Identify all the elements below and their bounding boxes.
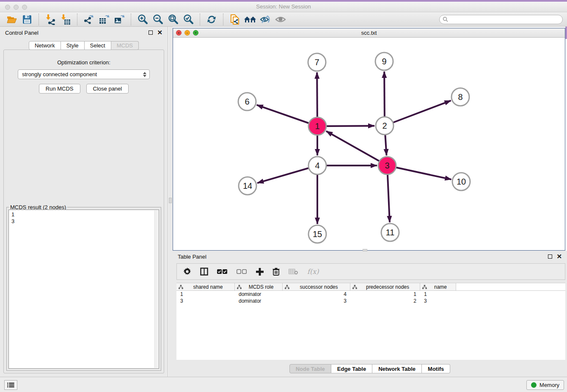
table-panel-title: Table Panel bbox=[178, 254, 206, 260]
export-table-icon[interactable] bbox=[96, 13, 112, 26]
graph-node-3[interactable]: 3 bbox=[378, 157, 396, 174]
application-window: Session: New Session bbox=[0, 0, 567, 392]
network-canvas[interactable]: 7968124314101511 bbox=[173, 38, 565, 250]
dropdown-value: strongly connected component bbox=[18, 71, 142, 77]
graph-node-label: 9 bbox=[382, 57, 386, 66]
tab-style[interactable]: Style bbox=[61, 41, 85, 50]
tab-select[interactable]: Select bbox=[85, 41, 111, 50]
network-window-controls: × − + bbox=[176, 30, 198, 36]
function-builder-icon[interactable]: f(x) bbox=[307, 268, 319, 276]
clone-network-icon[interactable] bbox=[227, 13, 242, 26]
home-layout-icon[interactable] bbox=[242, 13, 258, 26]
network-window-titlebar[interactable]: × − + scc.txt bbox=[173, 28, 565, 38]
export-image-icon[interactable] bbox=[112, 13, 127, 26]
tab-node-table[interactable]: Node Table bbox=[289, 364, 331, 373]
table-cell: 3 bbox=[420, 298, 456, 304]
zoom-in-icon[interactable] bbox=[135, 13, 150, 26]
run-mcds-button[interactable]: Run MCDS bbox=[39, 84, 80, 94]
tree-icon bbox=[422, 285, 427, 289]
add-row-icon[interactable] bbox=[256, 268, 264, 276]
table-cell: dominator bbox=[235, 298, 283, 304]
graph-edge-3-10[interactable] bbox=[387, 166, 451, 179]
tab-mcds[interactable]: MCDS bbox=[111, 41, 139, 50]
tab-network[interactable]: Network bbox=[29, 41, 61, 50]
task-history-button[interactable] bbox=[4, 380, 17, 390]
float-table-panel-icon[interactable] bbox=[548, 254, 552, 259]
graph-edge-1-6[interactable] bbox=[257, 105, 317, 126]
close-table-panel-icon[interactable]: ✕ bbox=[556, 254, 562, 259]
graph-edge-2-8[interactable] bbox=[385, 101, 451, 126]
table-body: 1dominator4113dominator323 bbox=[176, 291, 565, 304]
import-table-icon[interactable] bbox=[58, 13, 73, 26]
optimization-criterion-label: Optimization criterion: bbox=[4, 59, 164, 66]
optimization-criterion-dropdown[interactable]: strongly connected component bbox=[18, 69, 150, 79]
zoom-fit-icon[interactable] bbox=[165, 13, 181, 26]
toolbar-separator bbox=[223, 14, 223, 25]
graph-node-15[interactable]: 15 bbox=[308, 225, 326, 243]
mcds-result-text[interactable]: 1 3 bbox=[8, 210, 159, 369]
search-field[interactable] bbox=[439, 15, 563, 24]
table-header-row: shared nameMCDS rolesuccessor nodesprede… bbox=[176, 283, 565, 291]
column-header-shared-name[interactable]: shared name bbox=[176, 283, 235, 290]
delete-table-icon[interactable] bbox=[289, 268, 298, 275]
deselect-all-icon[interactable] bbox=[237, 269, 247, 274]
window-title: Session: New Session bbox=[0, 3, 567, 10]
delete-row-icon[interactable] bbox=[272, 268, 280, 276]
vertical-splitter[interactable] bbox=[168, 27, 173, 377]
horizontal-splitter-handle[interactable] bbox=[363, 249, 367, 251]
zoom-selected-icon[interactable] bbox=[181, 13, 196, 26]
graph-node-10[interactable]: 10 bbox=[452, 173, 470, 190]
list-icon bbox=[7, 382, 14, 388]
memory-status-icon bbox=[531, 382, 537, 388]
save-session-icon[interactable] bbox=[19, 13, 35, 26]
maximize-network-button[interactable]: + bbox=[193, 30, 198, 36]
graph-edge-3-1[interactable] bbox=[326, 131, 387, 166]
column-header-predecessor-nodes[interactable]: predecessor nodes bbox=[350, 283, 420, 290]
tab-edge-table[interactable]: Edge Table bbox=[331, 364, 372, 373]
tab-network-table[interactable]: Network Table bbox=[372, 364, 422, 373]
table-cell: 2 bbox=[350, 298, 420, 304]
graph-node-label: 11 bbox=[386, 228, 395, 237]
column-header-MCDS-role[interactable]: MCDS role bbox=[235, 283, 283, 290]
column-pane-icon[interactable] bbox=[200, 268, 208, 276]
graph-node-11[interactable]: 11 bbox=[381, 224, 399, 241]
table-row[interactable]: 3dominator323 bbox=[176, 298, 565, 304]
control-panel-header: Control Panel ✕ bbox=[0, 27, 168, 39]
tree-icon bbox=[352, 285, 357, 289]
close-panel-button[interactable]: Close panel bbox=[86, 84, 129, 94]
graph-node-2[interactable]: 2 bbox=[376, 117, 394, 135]
mcds-result-group: MCDS result (2 nodes) 1 3 bbox=[6, 207, 161, 371]
memory-button[interactable]: Memory bbox=[526, 380, 564, 390]
refresh-icon[interactable] bbox=[204, 13, 219, 26]
graph-node-1[interactable]: 1 bbox=[308, 117, 326, 135]
tab-motifs[interactable]: Motifs bbox=[422, 364, 450, 373]
select-all-icon[interactable] bbox=[217, 269, 228, 274]
hide-selected-icon[interactable] bbox=[258, 13, 273, 26]
graph-node-label: 7 bbox=[314, 58, 319, 67]
graph-node-9[interactable]: 9 bbox=[375, 52, 393, 70]
graph-node-4[interactable]: 4 bbox=[308, 157, 326, 174]
graph-node-6[interactable]: 6 bbox=[238, 93, 256, 110]
import-network-icon[interactable] bbox=[43, 13, 58, 26]
zoom-out-icon[interactable] bbox=[150, 13, 165, 26]
graph-node-8[interactable]: 8 bbox=[451, 88, 469, 106]
gear-icon[interactable] bbox=[183, 268, 191, 276]
column-header-name[interactable]: name bbox=[420, 283, 456, 290]
graph-node-label: 4 bbox=[315, 161, 319, 170]
graph-node-14[interactable]: 14 bbox=[239, 177, 256, 195]
float-panel-icon[interactable] bbox=[149, 30, 153, 35]
close-panel-icon[interactable]: ✕ bbox=[157, 30, 162, 35]
export-network-icon[interactable] bbox=[81, 13, 96, 26]
table-row[interactable]: 1dominator411 bbox=[176, 291, 565, 298]
splitter-handle[interactable] bbox=[169, 198, 172, 203]
graph-node-label: 8 bbox=[458, 92, 462, 102]
minimize-network-button[interactable]: − bbox=[184, 30, 190, 36]
close-network-button[interactable]: × bbox=[176, 30, 182, 36]
show-all-icon[interactable] bbox=[273, 13, 288, 26]
node-table: shared nameMCDS rolesuccessor nodesprede… bbox=[176, 283, 565, 360]
search-input[interactable] bbox=[450, 17, 559, 22]
open-session-icon[interactable] bbox=[4, 13, 19, 26]
graph-node-7[interactable]: 7 bbox=[308, 53, 326, 71]
result-scrollbar[interactable] bbox=[154, 210, 158, 368]
column-header-successor-nodes[interactable]: successor nodes bbox=[283, 283, 350, 290]
